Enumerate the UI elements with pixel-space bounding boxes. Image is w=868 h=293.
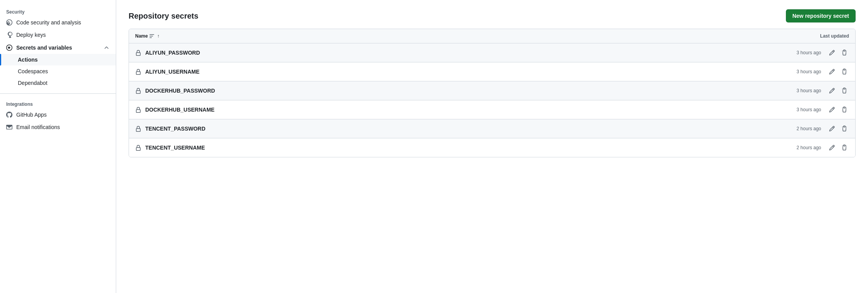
row-name-4: TENCENT_PASSWORD	[135, 125, 775, 132]
sidebar-sub-item-label-actions: Actions	[18, 57, 38, 63]
sort-arrow-icon: ↑	[157, 33, 160, 39]
sidebar-item-email-notifications[interactable]: Email notifications	[0, 121, 116, 133]
key-icon	[6, 32, 12, 38]
secrets-group: Secrets and variables Actions Codespaces…	[0, 41, 116, 89]
edit-button-4[interactable]	[827, 124, 837, 133]
search-circle-icon	[6, 19, 12, 26]
row-actions-5	[827, 143, 849, 152]
asterisk-icon	[6, 44, 12, 51]
row-name-2: DOCKERHUB_PASSWORD	[135, 87, 775, 94]
row-name-0: ALIYUN_PASSWORD	[135, 49, 775, 56]
integrations-section-label: Integrations	[0, 98, 116, 109]
chevron-up-icon	[103, 45, 110, 51]
sidebar-sub-item-label-dependabot: Dependabot	[18, 80, 47, 86]
row-actions-3	[827, 105, 849, 114]
sidebar-divider	[0, 93, 116, 94]
table-col-updated: Last updated	[820, 33, 849, 39]
table-col-name: Name ↑	[135, 33, 160, 39]
delete-button-5[interactable]	[840, 143, 849, 152]
sidebar-item-label-deploy-keys: Deploy keys	[16, 32, 46, 38]
secret-name-2: DOCKERHUB_PASSWORD	[145, 88, 215, 94]
delete-button-3[interactable]	[840, 105, 849, 114]
delete-button-0[interactable]	[840, 48, 849, 57]
sidebar-sub-item-label-codespaces: Codespaces	[18, 68, 48, 74]
page-header: Repository secrets New repository secret	[129, 9, 856, 22]
edit-button-0[interactable]	[827, 48, 837, 57]
row-name-1: ALIYUN_USERNAME	[135, 68, 775, 75]
page-title: Repository secrets	[129, 12, 198, 21]
sidebar-item-github-apps[interactable]: GitHub Apps	[0, 109, 116, 121]
new-repository-secret-button[interactable]: New repository secret	[786, 9, 856, 22]
edit-button-1[interactable]	[827, 67, 837, 76]
secret-name-4: TENCENT_PASSWORD	[145, 126, 205, 132]
secret-name-3: DOCKERHUB_USERNAME	[145, 107, 215, 113]
row-actions-2	[827, 86, 849, 95]
sidebar-item-codespaces[interactable]: Codespaces	[0, 65, 116, 77]
sidebar-item-dependabot[interactable]: Dependabot	[0, 77, 116, 89]
table-row: TENCENT_PASSWORD 2 hours ago	[129, 119, 855, 138]
delete-button-2[interactable]	[840, 86, 849, 95]
security-section-label: Security	[0, 6, 116, 16]
table-row: DOCKERHUB_USERNAME 3 hours ago	[129, 100, 855, 119]
lock-icon	[135, 68, 141, 75]
lock-icon	[135, 106, 141, 113]
row-updated-4: 2 hours ago	[775, 126, 821, 131]
table-row: ALIYUN_USERNAME 3 hours ago	[129, 62, 855, 81]
delete-button-4[interactable]	[840, 124, 849, 133]
lock-icon	[135, 49, 141, 56]
edit-button-5[interactable]	[827, 143, 837, 152]
sidebar: Security Code security and analysis Depl…	[0, 0, 116, 293]
table-body: ALIYUN_PASSWORD 3 hours ago	[129, 43, 855, 157]
sidebar-item-deploy-keys[interactable]: Deploy keys	[0, 29, 116, 41]
row-name-3: DOCKERHUB_USERNAME	[135, 106, 775, 113]
row-actions-4	[827, 124, 849, 133]
row-updated-3: 3 hours ago	[775, 107, 821, 112]
mail-icon	[6, 124, 12, 130]
main-content: Repository secrets New repository secret…	[116, 0, 868, 293]
lock-icon	[135, 125, 141, 132]
edit-button-2[interactable]	[827, 86, 837, 95]
sidebar-item-code-security[interactable]: Code security and analysis	[0, 16, 116, 29]
secret-name-5: TENCENT_USERNAME	[145, 145, 205, 151]
secrets-group-header[interactable]: Secrets and variables	[0, 41, 116, 54]
sidebar-item-label-github-apps: GitHub Apps	[16, 112, 47, 118]
row-actions-1	[827, 67, 849, 76]
github-icon	[6, 112, 12, 118]
secret-name-1: ALIYUN_USERNAME	[145, 69, 199, 75]
secret-name-0: ALIYUN_PASSWORD	[145, 50, 200, 56]
table-row: TENCENT_USERNAME 2 hours ago	[129, 138, 855, 157]
name-col-label: Name	[135, 33, 148, 39]
row-updated-5: 2 hours ago	[775, 145, 821, 150]
row-name-5: TENCENT_USERNAME	[135, 144, 775, 151]
table-header: Name ↑ Last updated	[129, 29, 855, 43]
secrets-table: Name ↑ Last updated ALIYUN_PASSWORD	[129, 29, 856, 157]
table-row: DOCKERHUB_PASSWORD 3 hours ago	[129, 81, 855, 100]
row-updated-0: 3 hours ago	[775, 50, 821, 55]
secrets-group-label: Secrets and variables	[16, 45, 72, 51]
row-updated-1: 3 hours ago	[775, 69, 821, 74]
delete-button-1[interactable]	[840, 67, 849, 76]
row-actions-0	[827, 48, 849, 57]
table-row: ALIYUN_PASSWORD 3 hours ago	[129, 43, 855, 62]
sidebar-item-label-code-security: Code security and analysis	[16, 19, 81, 26]
edit-button-3[interactable]	[827, 105, 837, 114]
sidebar-item-label-email-notifications: Email notifications	[16, 124, 60, 130]
lock-icon	[135, 144, 141, 151]
lock-icon	[135, 87, 141, 94]
row-updated-2: 3 hours ago	[775, 88, 821, 93]
sort-icon[interactable]	[150, 33, 156, 39]
sidebar-item-actions[interactable]: Actions	[0, 54, 116, 65]
